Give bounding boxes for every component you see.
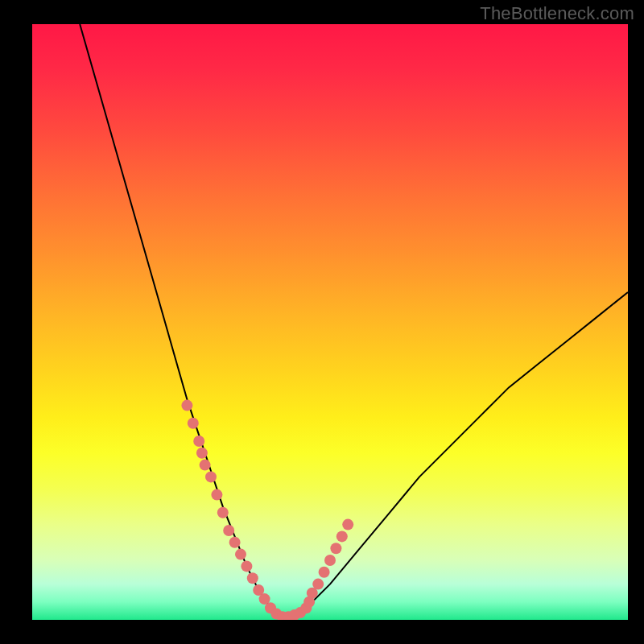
data-dot (200, 460, 211, 471)
data-dot (235, 549, 246, 560)
data-dot (330, 543, 341, 554)
data-dot (324, 555, 336, 566)
data-dot (223, 525, 234, 536)
plot-area (32, 24, 628, 620)
data-dot (211, 489, 222, 501)
curve-line (80, 24, 628, 617)
data-dot (247, 572, 258, 584)
data-dot (217, 507, 229, 518)
data-dot (229, 537, 241, 548)
data-dot (312, 579, 324, 590)
data-dot (336, 530, 348, 542)
data-dot (342, 519, 353, 530)
data-dot (181, 400, 192, 411)
data-dot (193, 436, 204, 447)
data-dot (205, 471, 217, 482)
chart-svg (32, 24, 628, 620)
watermark-text: TheBottleneck.com (480, 3, 634, 24)
data-dot (241, 560, 252, 572)
data-dot (188, 418, 199, 429)
data-dot (319, 567, 330, 578)
data-dot (196, 448, 208, 459)
chart-frame: TheBottleneck.com (0, 0, 644, 644)
